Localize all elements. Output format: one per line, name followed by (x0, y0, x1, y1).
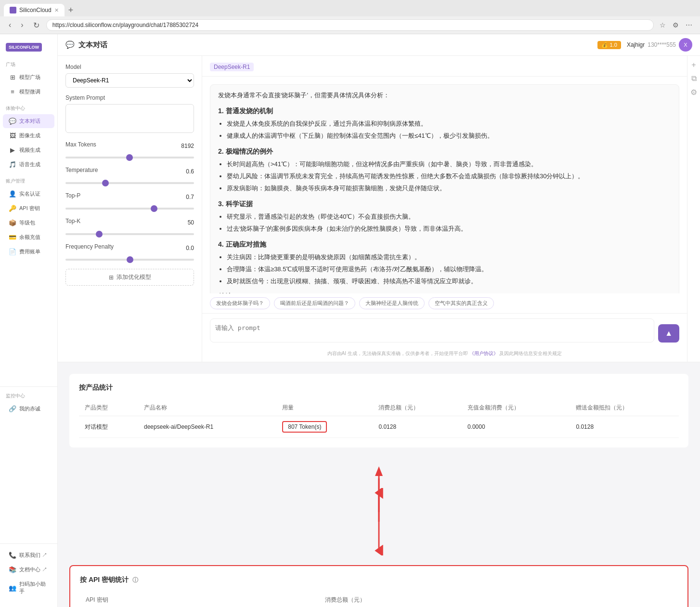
top-p-slider[interactable] (65, 208, 194, 210)
model-select[interactable]: DeepSeek-R1 (65, 73, 194, 88)
suggestion-chip-4[interactable]: 空气中其实的真正含义 (428, 297, 494, 309)
title-text: 文本对话 (78, 40, 107, 50)
sidebar-item-voice-gen[interactable]: 🎵 语音生成 (3, 158, 54, 172)
sidebar-item-label: 联系我们 ↗ (19, 552, 47, 559)
max-tokens-slider[interactable] (65, 157, 194, 158)
right-actions: + ⧉ ⚙ (687, 56, 700, 362)
image-gen-icon: 🖼 (9, 132, 16, 139)
section-item-4-2: 合理降温：体温≥38.5℃或明显不适时可使用退热药（布洛芬/对乙酰氨基酚），辅以… (227, 264, 671, 275)
settings-panel: Model DeepSeek-R1 System Prompt Max Toke… (58, 56, 202, 362)
user-id: 130****555 (648, 41, 676, 48)
chat-messages: 发烧本身通常不会直接'烧坏脑子'，但需要具体情况具体分析： 1. 普通发烧的机制… (202, 77, 687, 293)
section-list-3: 研究显示，普通感染引起的发热（即使达40℃）不会直接损伤大脑。 过去'烧坏脑子'… (218, 212, 671, 234)
annotation-arrows-container (69, 488, 688, 555)
col-product-type: 产品类型 (79, 400, 138, 416)
voice-gen-icon: 🎵 (9, 161, 16, 168)
extensions-button[interactable]: ⚙ (671, 20, 681, 30)
response-intro: 发烧本身通常不会直接'烧坏脑子'，但需要具体情况具体分析： (218, 91, 671, 101)
text-chat-icon: 💬 (9, 118, 16, 125)
section-item-2-1: 长时间超高热（>41℃）：可能影响细胞功能，但这种情况多由严重疾病（如中暑、脑炎… (227, 159, 671, 170)
sidebar-item-contact[interactable]: 📞 联系我们 ↗ (3, 548, 54, 562)
suggestion-chip-3[interactable]: 大脑神经还是人脑传统 (359, 297, 425, 309)
contact-icon: 📞 (9, 552, 16, 559)
section-list-2: 长时间超高热（>41℃）：可能影响细胞功能，但这种情况多由严重疾病（如中暑、脑炎… (218, 159, 671, 193)
new-tab-button[interactable]: + (65, 5, 78, 15)
top-k-label: Top-K (65, 218, 80, 224)
sidebar-section-square: 广场 ⊞ 模型广场 ≡ 模型微调 (0, 59, 57, 99)
section-title-3: 3. 科学证据 (218, 198, 671, 209)
chat-input-area: ▲ (202, 313, 687, 347)
copy-button[interactable]: ⧉ (691, 74, 697, 83)
max-tokens-group: Max Tokens 8192 (65, 141, 194, 160)
avatar-initials: X (684, 42, 687, 48)
model-label: Model (65, 64, 194, 70)
tab-close-button[interactable]: ✕ (54, 7, 59, 13)
cell-usage: 807 Token(s) (276, 416, 373, 438)
api-stats-title-text: 按 API 密钥统计 (80, 576, 129, 583)
section-title-account: 账户管理 (0, 176, 57, 186)
tab-favicon (10, 7, 16, 13)
api-stats-table: API 密钥 消费总额（元） 在线体验 0.0128 (80, 592, 678, 607)
api-stats-info-icon: ⓘ (132, 577, 138, 583)
url-bar[interactable]: https://cloud.siliconflow.cn/playground/… (46, 19, 654, 31)
model-finetune-icon: ≡ (9, 88, 16, 95)
user-avatar[interactable]: X (679, 38, 692, 52)
sidebar-item-my-favorites[interactable]: 🔗 我的赤诚 (3, 402, 54, 416)
response-text: 发烧本身通常不会直接'烧坏脑子'，但需要具体情况具体分析： 1. 普通发烧的机制… (218, 91, 671, 293)
sidebar-item-label: 等级包 (19, 219, 35, 226)
sidebar-bottom-section: 监控中心 🔗 我的赤诚 (0, 386, 57, 420)
api-stats-thead: API 密钥 消费总额（元） (80, 592, 678, 607)
sidebar-item-assistant[interactable]: 👥 扫码加小助手 (3, 577, 54, 598)
sidebar-item-image-gen[interactable]: 🖼 图像生成 (3, 129, 54, 143)
section-item-2-2: 婴幼儿风险：体温调节系统未发育完全，持续高热可能诱发热性惊厥，但绝大多数不会造成… (227, 172, 671, 182)
sidebar-item-video-gen[interactable]: ▶ 视频生成 (3, 143, 54, 157)
sidebar-item-label: 文本对话 (19, 118, 40, 125)
table-row: 对话模型 deepseek-ai/DeepSeek-R1 807 Token(s… (79, 416, 679, 438)
tab-title: SiliconCloud (19, 7, 52, 13)
sidebar-item-api-key[interactable]: 🔑 API 密钥 (3, 201, 54, 215)
refresh-button[interactable]: ↻ (30, 20, 42, 31)
more-button[interactable]: ⋯ (684, 20, 694, 30)
section-item-3-2: 过去'烧坏脑子'的案例多因疾病本身（如未治疗的化脓性脑膜炎）导致，而非体温升高。 (227, 224, 671, 234)
suggestion-chip-2[interactable]: 喝酒前后还是后喝酒的问题？ (274, 297, 355, 309)
real-name-icon: 👤 (9, 190, 16, 198)
sidebar-item-bills[interactable]: 📄 费用账单 (3, 245, 54, 259)
response-content: 发烧本身通常不会直接'烧坏脑子'，但需要具体情况具体分析： 1. 普通发烧的机制… (210, 84, 679, 293)
main-content: 💬 文本对话 💰 1.0 Xajhigr 130****555 X (58, 34, 700, 607)
sidebar-section-account: 账户管理 👤 实名认证 🔑 API 密钥 📦 等级包 💳 余额充值 📄 费用账单 (0, 176, 57, 259)
forward-button[interactable]: › (18, 20, 26, 30)
send-button[interactable]: ▲ (658, 324, 679, 343)
sidebar-item-label: 模型广场 (19, 74, 40, 81)
bookmark-button[interactable]: ☆ (658, 20, 668, 30)
cell-total-cost: 0.0128 (373, 416, 462, 438)
sidebar-item-text-chat[interactable]: 💬 文本对话 (3, 114, 54, 128)
back-button[interactable]: ‹ (6, 20, 14, 30)
sidebar-item-credits[interactable]: 📦 等级包 (3, 216, 54, 230)
sidebar-item-recharge[interactable]: 💳 余额充值 (3, 230, 54, 244)
sidebar-item-docs[interactable]: 📚 文档中心 ↗ (3, 563, 54, 577)
stats-section: 按产品统计 产品类型 产品名称 用量 消费总额（元） 充值金额消费（元） 赠送金… (58, 362, 700, 607)
chat-input[interactable] (210, 318, 654, 343)
temperature-slider[interactable] (65, 182, 194, 184)
credits-icon: 📦 (9, 219, 16, 226)
temperature-value: 0.6 (186, 168, 194, 175)
sidebar-item-label: 费用账单 (19, 248, 40, 255)
product-stats-table: 产品类型 产品名称 用量 消费总额（元） 充值金额消费（元） 赠送金额抵扣（元）… (79, 400, 679, 438)
system-prompt-input[interactable] (65, 104, 194, 133)
header-right: 💰 1.0 Xajhigr 130****555 X (597, 38, 692, 52)
max-tokens-label: Max Tokens (65, 141, 96, 148)
product-stats-header-row: 产品类型 产品名称 用量 消费总额（元） 充值金额消费（元） 赠送金额抵扣（元） (79, 400, 679, 416)
credits-amount: 1.0 (610, 42, 617, 48)
top-k-slider[interactable] (65, 233, 194, 235)
disclaimer-link[interactable]: 《用户协议》 (469, 351, 498, 356)
sidebar-item-real-name[interactable]: 👤 实名认证 (3, 187, 54, 201)
sidebar-item-model-market[interactable]: ⊞ 模型广场 (3, 70, 54, 84)
add-column-button[interactable]: + (691, 61, 696, 69)
suggestion-chip-1[interactable]: 发烧会烧坏脑子吗？ (210, 297, 270, 309)
add-optimize-model-button[interactable]: ⊞ 添加优化模型 (65, 269, 194, 286)
browser-tab[interactable]: SiliconCloud ✕ (4, 4, 65, 16)
sidebar-item-model-finetune[interactable]: ≡ 模型微调 (3, 85, 54, 99)
sidebar-item-label: 图像生成 (19, 132, 40, 139)
settings-right-button[interactable]: ⚙ (690, 88, 697, 97)
frequency-penalty-slider[interactable] (65, 259, 194, 261)
